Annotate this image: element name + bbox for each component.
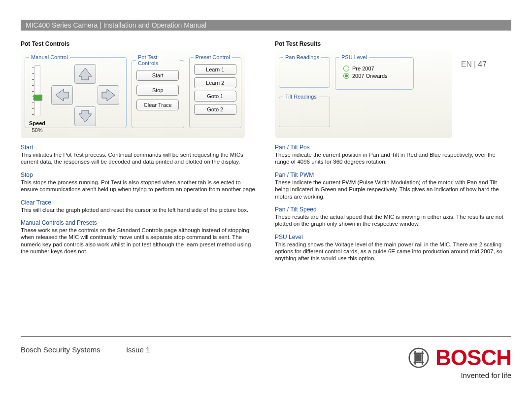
body-psu: This reading shows the Voltage level of … <box>275 241 511 262</box>
body-speed: These results are the actual speed that … <box>275 213 511 228</box>
pan-up-button[interactable] <box>74 64 96 84</box>
stop-button[interactable]: Stop <box>136 85 179 96</box>
psu-option-pre2007[interactable]: Pre 2007 <box>343 66 409 71</box>
left-column: Pot Test Controls Manual Control Speed 5… <box>21 40 257 262</box>
lang-code: EN <box>461 60 472 68</box>
body-start: This initiates the Pot Test process. Con… <box>21 151 257 166</box>
learn1-button[interactable]: Learn 1 <box>194 64 236 75</box>
manual-control-group: Manual Control Speed 50% <box>25 54 127 128</box>
arrow-right-icon <box>100 88 117 103</box>
svg-rect-1 <box>416 354 422 361</box>
body-stop: This stops the process running. Pot Test… <box>21 179 257 193</box>
bosch-tagline: Invented for life <box>461 371 511 379</box>
preset-control-group: Preset Control Learn 1 Learn 2 Goto 1 Go… <box>189 54 241 128</box>
pan-right-button[interactable] <box>98 85 119 105</box>
pot-test-controls-title: Pot Test Controls <box>21 40 257 47</box>
radio-icon <box>343 66 349 71</box>
tilt-readings-legend: Tilt Readings <box>283 94 319 100</box>
footer-issue: Issue 1 <box>126 345 150 354</box>
pot-test-buttons-legend: Pot Test Controls <box>136 54 179 66</box>
pot-test-results-title: Pot Test Results <box>275 40 511 47</box>
arrow-left-icon <box>54 88 70 103</box>
body-mcp: These work as per the controls on the St… <box>21 227 257 255</box>
learn2-button[interactable]: Learn 2 <box>194 77 236 88</box>
arrow-up-icon <box>77 67 94 81</box>
manual-control-legend: Manual Control <box>29 54 70 60</box>
speed-value: 50% <box>32 127 42 133</box>
radio-selected-icon <box>343 73 349 79</box>
psu-option-2007onwards[interactable]: 2007 Onwards <box>343 73 409 79</box>
pan-left-button[interactable] <box>51 85 73 105</box>
term-start: Start <box>21 144 257 151</box>
term-clear: Clear Trace <box>21 199 257 206</box>
psu-option-pre2007-label: Pre 2007 <box>352 66 374 71</box>
pan-readings-group: Pan Readings <box>279 54 330 88</box>
psu-level-legend: PSU Level <box>339 54 369 60</box>
preset-control-legend: Preset Control <box>194 54 232 60</box>
arrow-down-icon <box>77 109 94 124</box>
pan-readings-legend: Pan Readings <box>283 54 321 60</box>
pan-down-button[interactable] <box>74 106 96 126</box>
speed-slider[interactable]: Speed 50% <box>29 65 45 133</box>
term-psu: PSU Level <box>275 234 511 240</box>
bosch-logo: BOSCH Invented for life <box>408 345 511 379</box>
psu-level-group: PSU Level Pre 2007 2007 Onwards <box>335 54 414 90</box>
bosch-wordmark: BOSCH <box>435 345 511 370</box>
body-clear: This will clear the graph plotted and re… <box>21 206 257 213</box>
pot-test-results-figure: Pan Readings Tilt Readings PSU Level Pre… <box>275 51 452 138</box>
page-footer: Bosch Security Systems Issue 1 BOSCH Inv… <box>21 345 511 379</box>
manual-header-bar: MIC400 Series Camera | Installation and … <box>21 20 511 31</box>
term-pos: Pan / Tilt Pos <box>275 144 511 151</box>
body-pwm: These indicate the current PWM (Pulse Wi… <box>275 179 511 200</box>
term-stop: Stop <box>21 171 257 178</box>
pot-test-buttons-group: Pot Test Controls Start Stop Clear Trace <box>132 54 184 128</box>
body-pos: These indicate the current position in P… <box>275 151 511 166</box>
slider-ticks <box>32 68 34 115</box>
page-indicator: EN|47 <box>461 60 487 69</box>
manual-title: MIC400 Series Camera | Installation and … <box>26 21 206 29</box>
slider-track[interactable] <box>34 65 40 116</box>
pot-test-controls-figure: Manual Control Speed 50% <box>21 51 245 138</box>
footer-rule <box>21 336 511 337</box>
goto2-button[interactable]: Goto 2 <box>194 104 236 115</box>
term-mcp: Manual Controls and Presets <box>21 219 257 226</box>
bosch-anchor-icon <box>408 347 430 369</box>
term-speed: Pan / Tilt Speed <box>275 206 511 213</box>
psu-option-2007onwards-label: 2007 Onwards <box>352 73 388 79</box>
slider-thumb-icon[interactable] <box>33 95 42 101</box>
goto1-button[interactable]: Goto 1 <box>194 91 236 102</box>
page-number: 47 <box>478 60 487 68</box>
direction-pad <box>48 64 122 128</box>
footer-company: Bosch Security Systems <box>21 345 100 354</box>
tilt-readings-group: Tilt Readings <box>279 94 330 127</box>
speed-label: Speed <box>29 120 45 126</box>
right-column: Pot Test Results Pan Readings Tilt Readi… <box>275 40 511 262</box>
clear-trace-button[interactable]: Clear Trace <box>136 100 179 110</box>
term-pwm: Pan / Tilt PWM <box>275 171 511 178</box>
start-button[interactable]: Start <box>136 70 179 81</box>
lang-sep: | <box>474 60 476 68</box>
